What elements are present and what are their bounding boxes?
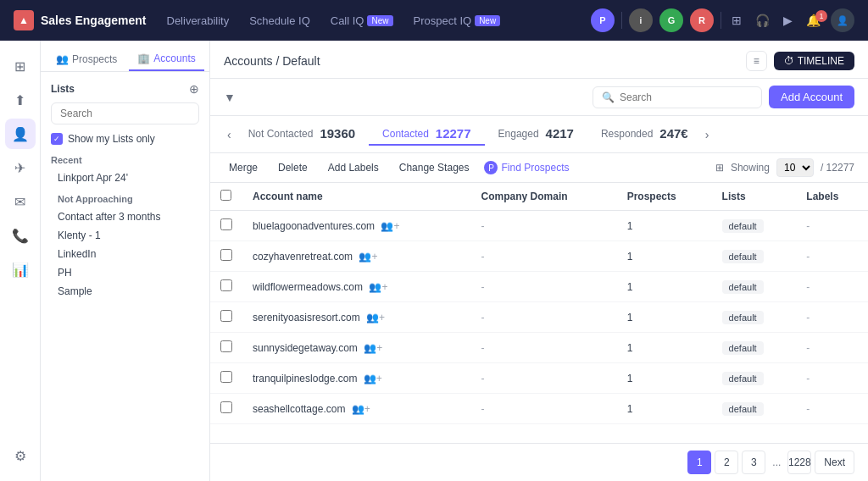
page-btn-last[interactable]: 1228	[787, 451, 811, 474]
stat-engaged[interactable]: Engaged 4217	[485, 123, 587, 146]
next-page-button[interactable]: Next	[815, 451, 854, 474]
add-prospect-icon-1[interactable]: 👥+	[359, 251, 377, 263]
sidebar-content: Lists ⊕ ✓ Show my Lists only Recent Link…	[41, 72, 209, 481]
cell-company-3: -	[471, 302, 617, 333]
sidebar-item-ph[interactable]: PH	[51, 263, 199, 282]
header-actions: ≡ ⏱ TIMELINE	[746, 51, 854, 71]
grid-icon[interactable]: ⊞	[728, 10, 745, 30]
nav-call-iq[interactable]: Call IQ New	[331, 14, 393, 27]
avatar-p[interactable]: P	[591, 8, 615, 32]
user-avatar[interactable]: 👤	[831, 8, 854, 32]
row-checkbox-5[interactable]	[220, 371, 232, 383]
analytics-icon-btn[interactable]: 📊	[5, 254, 36, 285]
add-prospect-icon-6[interactable]: 👥+	[352, 403, 370, 415]
stats-next-btn[interactable]: ›	[702, 124, 713, 145]
stats-prev-btn[interactable]: ‹	[224, 124, 235, 145]
add-prospect-icon-4[interactable]: 👥+	[364, 342, 382, 354]
headset-icon[interactable]: 🎧	[752, 10, 773, 30]
find-prospects-button[interactable]: P Find Prospects	[484, 161, 569, 174]
top-nav: ▲ Sales Engagement Deliverability Schedu…	[0, 0, 868, 41]
change-stages-button[interactable]: Change Stages	[394, 159, 475, 176]
phone-icon-btn[interactable]: 📞	[5, 220, 36, 251]
app-name: Sales Engagement	[41, 14, 147, 27]
filter-icon[interactable]: ▼	[224, 91, 236, 104]
sidebar-item-linkedin[interactable]: LinkedIn	[51, 245, 199, 263]
select-all-checkbox[interactable]	[220, 190, 231, 201]
col-labels: Labels	[796, 183, 868, 211]
show-my-lists-toggle[interactable]: ✓ Show my Lists only	[51, 133, 199, 145]
cell-domain-4: sunnysidegetaway.com 👥+	[242, 333, 471, 363]
sidebar-tab-accounts[interactable]: 🏢 Accounts	[129, 47, 203, 71]
row-checkbox-1[interactable]	[220, 249, 232, 261]
stat-not-contacted[interactable]: Not Contacted 19360	[235, 123, 369, 146]
cell-company-6: -	[471, 394, 617, 424]
add-labels-button[interactable]: Add Labels	[323, 159, 384, 176]
timeline-button[interactable]: ⏱ TIMELINE	[774, 52, 854, 70]
page-btn-1[interactable]: 1	[687, 451, 711, 474]
sidebar-item-contact-after[interactable]: Contact after 3 months	[51, 207, 199, 226]
table-row: wildflowermeadows.com 👥+ - 1 default -	[210, 272, 868, 302]
sidebar: 👥 Prospects 🏢 Accounts Lists ⊕ ✓ Show my…	[41, 41, 210, 481]
nav-divider-1	[621, 12, 622, 29]
add-prospect-icon-2[interactable]: 👥+	[369, 281, 387, 293]
page-btn-2[interactable]: 2	[715, 451, 738, 474]
logo-icon: ▲	[14, 10, 34, 30]
cell-lists-4: default	[712, 333, 797, 363]
campaigns-icon-btn[interactable]: ✈	[5, 152, 36, 183]
video-icon[interactable]: ▶	[780, 10, 796, 30]
add-prospect-icon-3[interactable]: 👥+	[366, 312, 385, 323]
mail-icon-btn[interactable]: ✉	[5, 186, 36, 217]
search-add-row: ▼ 🔍 Add Account	[210, 79, 868, 116]
main-search-input[interactable]	[620, 91, 753, 103]
cell-labels-1: -	[796, 241, 868, 272]
grid-view-icon[interactable]: ⊞	[715, 162, 724, 174]
cell-lists-0: default	[712, 211, 797, 241]
row-checkbox-6[interactable]	[220, 401, 232, 413]
row-checkbox-2[interactable]	[220, 279, 232, 291]
stat-contacted[interactable]: Contacted 12277	[369, 123, 484, 146]
avatar-g[interactable]: G	[659, 8, 683, 32]
col-account-name: Account name	[242, 183, 471, 211]
show-my-lists-checkbox[interactable]: ✓	[51, 133, 63, 145]
accounts-table: Account name Company Domain Prospects Li…	[210, 183, 868, 443]
sidebar-tabs: 👥 Prospects 🏢 Accounts	[41, 41, 209, 72]
row-checkbox-4[interactable]	[220, 340, 232, 352]
home-icon-btn[interactable]: ⊞	[5, 51, 36, 81]
call-iq-badge: New	[367, 15, 392, 26]
row-checkbox-3[interactable]	[220, 310, 232, 322]
sidebar-item-sample[interactable]: Sample	[51, 282, 199, 301]
stat-responded[interactable]: Responded 247€	[587, 123, 702, 146]
cell-prospects-5: 1	[617, 363, 712, 394]
notification-badge: 1	[815, 10, 827, 22]
cell-lists-3: default	[712, 302, 797, 333]
cell-domain-0: bluelagoonadventures.com 👥+	[242, 211, 471, 241]
sidebar-search-input[interactable]	[51, 102, 199, 124]
row-checkbox-0[interactable]	[220, 218, 232, 230]
nav-deliverability[interactable]: Deliverability	[167, 14, 230, 27]
nav-prospect-iq[interactable]: Prospect IQ New	[414, 14, 501, 27]
main-search-box: 🔍	[593, 86, 762, 108]
add-prospect-icon-0[interactable]: 👥+	[381, 220, 399, 232]
delete-button[interactable]: Delete	[273, 159, 313, 176]
contacts-icon-btn[interactable]: 👤	[5, 119, 36, 149]
avatar-i[interactable]: i	[629, 8, 653, 32]
sidebar-recent-linkport[interactable]: Linkport Apr 24'	[51, 169, 199, 187]
merge-button[interactable]: Merge	[224, 159, 263, 176]
sidebar-tab-prospects[interactable]: 👥 Prospects	[47, 47, 125, 71]
add-account-button[interactable]: Add Account	[769, 86, 854, 108]
settings-icon-btn[interactable]: ⚙	[5, 440, 36, 471]
cell-company-1: -	[471, 241, 617, 272]
not-approaching-label: Not Approaching	[51, 187, 199, 207]
recent-label: Recent	[51, 155, 199, 165]
showing-select[interactable]: 10 25 50	[776, 158, 814, 177]
page-btn-3[interactable]: 3	[742, 451, 765, 474]
view-toggle-button[interactable]: ≡	[746, 51, 767, 71]
app-logo[interactable]: ▲ Sales Engagement	[14, 10, 147, 30]
upload-icon-btn[interactable]: ⬆	[5, 85, 36, 115]
nav-schedule-iq[interactable]: Schedule IQ	[249, 14, 310, 27]
sidebar-item-klenty[interactable]: Klenty - 1	[51, 226, 199, 245]
lists-add-icon[interactable]: ⊕	[189, 82, 199, 96]
avatar-r[interactable]: R	[690, 8, 714, 32]
add-prospect-icon-5[interactable]: 👥+	[364, 373, 382, 384]
main-layout: ⊞ ⬆ 👤 ✈ ✉ 📞 📊 ⚙ 👥 Prospects 🏢 Accounts L…	[0, 41, 868, 481]
